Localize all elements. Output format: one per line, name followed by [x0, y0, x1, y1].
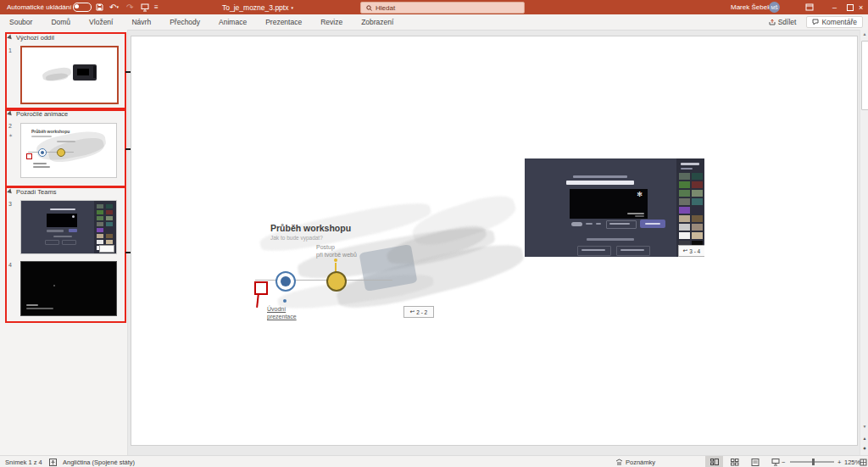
zoom-slider[interactable] [790, 456, 834, 467]
zoom-in-icon[interactable]: + [837, 456, 841, 467]
timeline-node-yellow[interactable] [326, 271, 347, 292]
return-arrow-icon: ↩ [410, 309, 415, 315]
timeline-node-blue-inner [281, 276, 291, 286]
toggle-knob [75, 4, 79, 8]
tab-prechody[interactable]: Přechody [160, 14, 209, 30]
tab-vlozeni[interactable]: Vložení [80, 14, 122, 30]
powerpoint-window: Automatické ukládání ↶▾ ↷ ≡ To_je_mozne_… [0, 0, 868, 467]
tab-navrh[interactable]: Návrh [122, 14, 160, 30]
comment-icon [812, 19, 819, 25]
slide-counter[interactable]: Snímek 1 z 4 [5, 456, 42, 467]
scroll-down-icon[interactable]: ▼ [860, 422, 868, 431]
ribbon-display-options-icon[interactable] [805, 0, 814, 14]
fit-to-window-icon[interactable] [860, 456, 867, 467]
share-icon [769, 19, 776, 25]
view-buttons [705, 456, 784, 467]
search-placeholder: Hledat [376, 4, 395, 12]
status-bar: Snímek 1 z 4 Angličtina (Spojené státy) … [0, 455, 868, 467]
vertical-scrollbar[interactable]: ▲ ▼ ▲▲ ▼▼ [860, 30, 868, 455]
title-bar: Automatické ukládání ↶▾ ↷ ≡ To_je_mozne_… [0, 0, 868, 14]
tab-prezentace[interactable]: Prezentace [256, 14, 311, 30]
search-input[interactable]: Hledat [360, 2, 525, 14]
close-button[interactable]: × [859, 0, 868, 14]
tab-animace[interactable]: Animace [209, 14, 256, 30]
undo-icon[interactable]: ↶▾ [109, 0, 119, 14]
scrollbar-thumb[interactable] [861, 41, 868, 110]
notes-button[interactable]: Poznámky [615, 456, 655, 467]
zoom-return-badge-right[interactable]: ↩ 3 - 4 [678, 245, 704, 257]
next-slide-button[interactable]: ▼▼ [860, 444, 868, 453]
search-icon [366, 5, 372, 11]
annotation-box-section-1 [5, 32, 126, 109]
save-icon[interactable] [96, 0, 103, 14]
slide-canvas[interactable]: Průběh workshopu Jak to bude vypadat? Po… [131, 36, 858, 446]
return-arrow-icon: ↩ [683, 247, 687, 254]
tab-revize[interactable]: Revize [311, 14, 352, 30]
snowflake-icon: ✻ [637, 191, 643, 198]
teams-video-preview: ✻ [570, 189, 648, 219]
milestone-label-bottom[interactable]: Úvodní prezentace [267, 305, 297, 320]
minimize-button[interactable]: – [832, 0, 846, 14]
slideshow-from-start-icon[interactable] [141, 0, 149, 14]
customize-quick-access-icon[interactable]: ≡ [154, 0, 159, 14]
zoom-out-icon[interactable]: − [782, 456, 785, 467]
comments-button[interactable]: Komentáře [806, 16, 863, 28]
annotation-box-section-3 [5, 186, 126, 323]
ribbon-tab-row: Soubor Domů Vložení Návrh Přechody Anima… [0, 14, 868, 31]
avatar[interactable]: MŠ [769, 0, 780, 14]
zoom-return-badge-left[interactable]: ↩ 2 - 2 [403, 306, 434, 318]
tab-zobrazeni[interactable]: Zobrazení [352, 14, 403, 30]
slide-subtitle[interactable]: Jak to bude vypadat? [270, 235, 323, 241]
redo-icon: ↷ [126, 0, 133, 14]
accessibility-icon[interactable] [49, 456, 57, 467]
user-name[interactable]: Marek Šebek [731, 0, 771, 14]
red-marker-square[interactable] [254, 281, 268, 295]
teams-backgrounds-sidebar [676, 158, 704, 257]
blue-connector-dot [283, 299, 287, 303]
maximize-button[interactable] [847, 0, 854, 14]
zoom-slider-thumb[interactable] [812, 459, 815, 465]
share-button[interactable]: Sdílet [765, 17, 800, 27]
annotation-box-section-2 [5, 109, 126, 187]
slide-title[interactable]: Průběh workshopu [270, 223, 351, 233]
scroll-up-icon[interactable]: ▲ [860, 30, 868, 39]
language-indicator[interactable]: Angličtina (Spojené státy) [63, 456, 135, 467]
tab-soubor[interactable]: Soubor [0, 14, 42, 30]
reading-view-button[interactable] [746, 456, 764, 467]
teams-screenshot-image[interactable]: ✻ [525, 158, 704, 257]
tab-domu[interactable]: Domů [42, 14, 80, 30]
document-title[interactable]: To_je_mozne_3.pptx▾ [222, 0, 293, 14]
previous-slide-button[interactable]: ▲▲ [860, 434, 868, 443]
yellow-connector-dot [334, 259, 337, 262]
autosave-toggle[interactable] [73, 0, 92, 14]
autosave-label: Automatické ukládání [7, 0, 72, 14]
slide-sorter-view-button[interactable] [726, 456, 743, 467]
zoom-level[interactable]: 125% [844, 456, 860, 467]
milestone-label-top[interactable]: Postup při tvorbě webů [316, 244, 357, 259]
red-marker-tail [256, 293, 259, 308]
notes-icon [615, 459, 623, 465]
normal-view-button[interactable] [705, 456, 723, 467]
